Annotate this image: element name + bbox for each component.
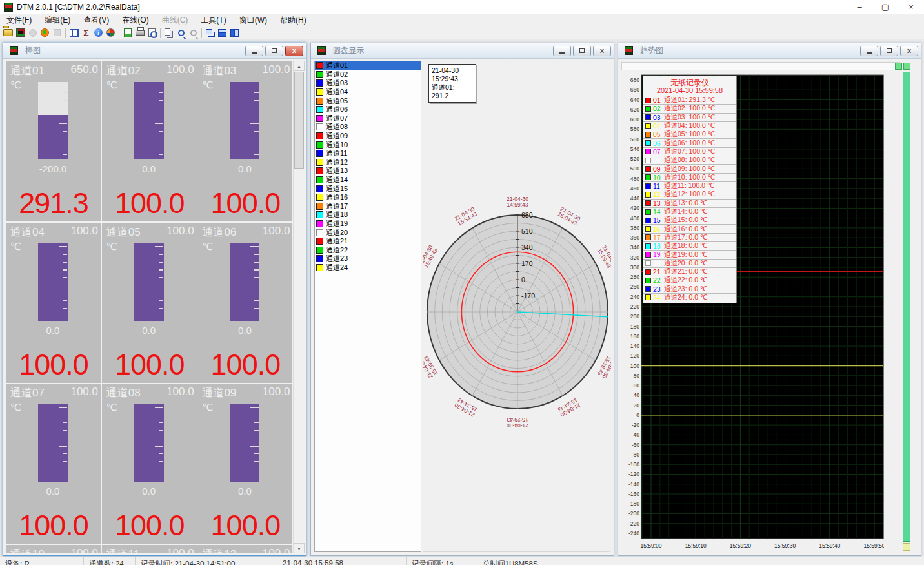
trend-window-titlebar[interactable]: 趋势图 x (618, 43, 921, 59)
channel-list-item[interactable]: 通道10 (315, 140, 421, 149)
scrollbar-thumb[interactable] (294, 72, 304, 169)
bar-gauge-通道03[interactable]: 通道03100.0℃0.0100.0 (197, 61, 292, 221)
menu-item-online[interactable]: 在线(O) (115, 14, 155, 27)
svg-text:200: 200 (630, 313, 639, 320)
channel-list-item[interactable]: 通道11 (315, 149, 421, 158)
disc-window-titlebar[interactable]: 圆盘显示 x (311, 43, 614, 59)
bar-gauge-通道02[interactable]: 通道02100.0℃0.0100.0 (102, 61, 197, 221)
bar-gauge-通道04[interactable]: 通道04100.0℃0.0100.0 (6, 223, 101, 383)
bar-window-titlebar[interactable]: 棒图 x (3, 43, 306, 59)
trend-v-scrollbar[interactable] (903, 72, 910, 542)
channel-list-item[interactable]: 通道03 (315, 79, 421, 88)
bar-gauge-通道08[interactable]: 通道08100.0℃0.0100.0 (102, 384, 197, 544)
minimize-button[interactable] (553, 46, 571, 56)
bar-gauge-通道01[interactable]: 通道01650.0℃-200.0291.3 (6, 61, 101, 221)
tile-vertical-icon[interactable] (230, 28, 240, 38)
bar-gauge-通道09[interactable]: 通道09100.0℃0.0100.0 (197, 384, 292, 544)
scroll-down-icon[interactable]: ▼ (294, 543, 305, 553)
channel-list-item[interactable]: 通道19 (315, 220, 421, 229)
close-button[interactable]: x (593, 46, 611, 56)
bar-window-scrollbar[interactable]: ▲ ▼ (293, 61, 304, 553)
channel-list-item[interactable]: 通道06 (315, 105, 421, 114)
channel-list-item[interactable]: 通道02 (315, 70, 421, 79)
channel-list-item[interactable]: 通道13 (315, 167, 421, 176)
menu-item-tools[interactable]: 工具(T) (194, 14, 232, 27)
app-title: DTM 2.0.1 [C:\DTM 2.0.2\RealData] (17, 3, 140, 12)
svg-text:280: 280 (630, 274, 639, 280)
channel-list[interactable]: 通道01通道02通道03通道04通道05通道06通道07通道08通道09通道10… (314, 61, 421, 552)
export-icon[interactable] (123, 28, 133, 38)
h-scroll-handle-icon[interactable] (903, 63, 910, 70)
channel-list-item[interactable]: 通道04 (315, 88, 421, 97)
app-maximize-button[interactable]: ▢ (872, 0, 898, 14)
channel-name: 通道11 (106, 547, 143, 553)
cascade-windows-icon[interactable] (205, 28, 216, 38)
svg-text:260: 260 (630, 283, 639, 290)
channel-list-item[interactable]: 通道24 (315, 263, 421, 272)
trend-v-scrollbar-cap[interactable] (903, 543, 910, 551)
menu-item-edit[interactable]: 编辑(E) (38, 14, 77, 27)
record-icon[interactable] (40, 28, 50, 38)
channel-list-item[interactable]: 通道16 (315, 193, 421, 202)
svg-text:380: 380 (630, 225, 639, 231)
channel-color-swatch (316, 194, 323, 201)
range-max: 100.0 (70, 385, 98, 400)
channel-list-item[interactable]: 通道21 (315, 237, 421, 246)
channel-name: 通道08 (106, 385, 143, 400)
channel-list-item[interactable]: 通道14 (315, 176, 421, 185)
channel-list-item[interactable]: 通道01 (315, 61, 421, 70)
tooltip-date: 21-04-30 (432, 67, 473, 75)
close-button[interactable]: x (900, 46, 918, 56)
bar-gauge-通道05[interactable]: 通道05100.0℃0.0100.0 (102, 223, 197, 383)
channel-list-item[interactable]: 通道07 (315, 114, 421, 123)
bar-gauge-通道12[interactable]: 通道12100.0 (197, 545, 292, 553)
tile-horizontal-icon[interactable] (217, 28, 228, 38)
menu-item-window[interactable]: 窗口(W) (233, 14, 274, 27)
channel-list-item[interactable]: 通道12 (315, 158, 421, 167)
open-file-icon[interactable] (3, 28, 14, 38)
bar-gauge-通道06[interactable]: 通道06100.0℃0.0100.0 (197, 223, 292, 383)
print-preview-icon[interactable] (147, 28, 157, 38)
pie-chart-icon[interactable] (106, 28, 116, 38)
channel-list-item[interactable]: 通道09 (315, 132, 421, 141)
minimize-button[interactable] (245, 46, 263, 56)
maximize-button[interactable] (265, 46, 283, 56)
data-table-icon[interactable] (69, 28, 79, 38)
channel-list-item[interactable]: 通道18 (315, 211, 421, 220)
legend-channel-number: 16 (653, 225, 664, 233)
maximize-button[interactable] (880, 46, 898, 56)
menu-item-help[interactable]: 帮助(H) (274, 14, 313, 27)
legend-color-swatch (645, 158, 651, 163)
channel-list-item[interactable]: 通道22 (315, 245, 421, 254)
app-close-button[interactable]: × (898, 0, 924, 14)
channel-color-swatch (316, 115, 323, 122)
svg-text:510: 510 (521, 227, 533, 235)
menu-item-view[interactable]: 查看(V) (77, 14, 115, 27)
trend-h-scrollbar[interactable] (621, 62, 900, 70)
bar-gauge-通道10[interactable]: 通道10100.0 (6, 545, 101, 553)
scroll-up-icon[interactable]: ▲ (294, 61, 305, 71)
channel-list-item[interactable]: 通道17 (315, 202, 421, 211)
menu-item-curve[interactable]: 曲线(C) (156, 14, 195, 27)
channel-list-item[interactable]: 通道15 (315, 184, 421, 193)
print-icon[interactable] (135, 28, 145, 38)
channel-list-item[interactable]: 通道08 (315, 123, 421, 132)
maximize-button[interactable] (573, 46, 591, 56)
legend-channel-value: 通道02: 100.0 ℃ (664, 104, 716, 113)
bar-gauge-通道07[interactable]: 通道07100.0℃0.0100.0 (6, 384, 101, 544)
minimize-button[interactable] (860, 46, 878, 56)
channel-list-item[interactable]: 通道20 (315, 228, 421, 237)
statistics-icon[interactable]: Σ (81, 28, 92, 38)
polar-chart: 6805103401700-17021-04-3014:59:4321-04-3… (423, 61, 611, 551)
channel-list-item[interactable]: 通道05 (315, 96, 421, 105)
legend-channel-value: 通道16: 0.0 ℃ (664, 225, 708, 234)
zoom-icon[interactable] (176, 28, 186, 38)
close-button[interactable]: x (285, 46, 303, 56)
h-scroll-handle-icon[interactable] (895, 63, 902, 70)
info-icon[interactable]: i (94, 28, 104, 38)
app-minimize-button[interactable]: – (847, 0, 872, 14)
channel-list-item[interactable]: 通道23 (315, 254, 421, 263)
realtime-curve-icon[interactable] (15, 28, 26, 38)
bar-gauge-通道11[interactable]: 通道11100.0 (102, 545, 197, 553)
copy-icon[interactable] (164, 28, 174, 38)
